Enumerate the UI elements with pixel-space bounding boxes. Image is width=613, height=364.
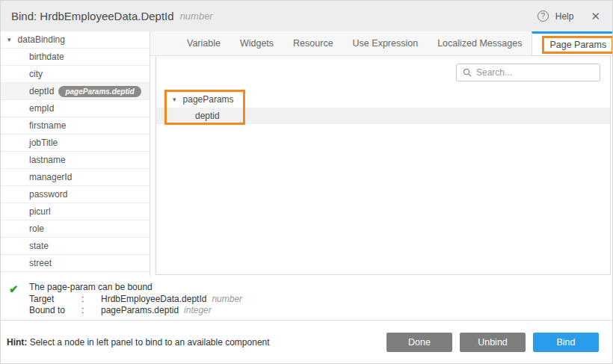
- tree-node-password[interactable]: password: [1, 186, 150, 203]
- status-value-type: number: [212, 294, 242, 304]
- status-separator: :: [81, 305, 101, 317]
- dialog-header: Bind: HrdbEmployeeData.DeptId number ? H…: [1, 1, 612, 31]
- tree-node-label: state: [29, 241, 49, 251]
- hint-label: Hint:: [7, 337, 27, 348]
- search-box[interactable]: [456, 64, 600, 81]
- tree-node-deptid[interactable]: deptId pageParams.deptid: [1, 83, 150, 100]
- help-icon[interactable]: ?: [537, 10, 549, 22]
- done-button[interactable]: Done: [386, 333, 452, 352]
- collapse-arrow-icon[interactable]: ▾: [7, 36, 11, 43]
- binding-source-panel: Variable Widgets Resource Use Expression…: [150, 31, 612, 276]
- collapse-arrow-icon[interactable]: ▾: [173, 96, 176, 103]
- tree-node-empid[interactable]: empId: [1, 100, 150, 117]
- bind-button[interactable]: Bind: [533, 333, 599, 352]
- tree-node-label: street: [29, 258, 52, 268]
- tree-node-label: birthdate: [29, 52, 64, 62]
- tree-node-label: city: [29, 69, 43, 79]
- tab-label: Use Expression: [353, 38, 419, 49]
- status-separator: :: [81, 294, 101, 306]
- binding-status: ✔ The page-param can be bound Target:Hrd…: [1, 276, 612, 321]
- close-icon[interactable]: ✕: [591, 10, 600, 22]
- status-message: The page-param can be bound: [29, 282, 612, 294]
- dialog-footer: Hint: Select a node in left panel to bin…: [1, 321, 612, 364]
- tab-localized-messages[interactable]: Localized Messages: [428, 31, 532, 55]
- tab-label: Page Params: [549, 40, 606, 50]
- tab-label: Widgets: [240, 38, 274, 49]
- tab-use-expression[interactable]: Use Expression: [343, 31, 428, 55]
- tab-page-params[interactable]: Page Params: [532, 31, 613, 55]
- tree-node-label: picurl: [29, 206, 51, 217]
- success-check-icon: ✔: [9, 283, 19, 296]
- status-label: Target: [29, 294, 81, 306]
- tree-node-managerid[interactable]: managerId: [1, 169, 150, 186]
- unbind-button[interactable]: Unbind: [460, 333, 526, 352]
- tree-node-picurl[interactable]: picurl: [1, 203, 150, 220]
- tree-node-label: role: [29, 223, 44, 234]
- tree-node-label: pageParams: [183, 94, 234, 105]
- tree-node-label: empId: [29, 103, 54, 114]
- binding-badge: pageParams.deptid: [58, 86, 141, 97]
- bind-dialog: Bind: HrdbEmployeeData.DeptId number ? H…: [0, 0, 613, 364]
- tab-label: Localized Messages: [437, 38, 522, 49]
- tree-node-label: dataBinding: [18, 34, 65, 45]
- tree-node-label: managerId: [29, 172, 72, 182]
- help-link[interactable]: Help: [555, 11, 574, 22]
- tree-node-role[interactable]: role: [1, 220, 150, 238]
- tree-node-deptid-param[interactable]: deptid: [156, 108, 610, 124]
- search-icon: [463, 68, 472, 77]
- tab-bar: Variable Widgets Resource Use Expression…: [150, 31, 612, 56]
- tab-label: Resource: [293, 38, 333, 49]
- data-binding-tree: ▾ dataBinding birthdate city deptId page…: [1, 31, 150, 276]
- search-input[interactable]: [476, 67, 594, 78]
- tree-node-state[interactable]: state: [1, 238, 150, 255]
- tree-node-label: firstname: [29, 120, 66, 131]
- tree-node-label: deptid: [195, 111, 220, 121]
- tree-node-label: lastname: [29, 155, 66, 165]
- status-value: pageParams.deptid: [101, 305, 179, 315]
- tree-node-firstname[interactable]: firstname: [1, 117, 150, 135]
- tab-label: Variable: [187, 38, 221, 49]
- annotation-highlight-box: Page Params: [542, 36, 613, 54]
- tree-node-jobtitle[interactable]: jobTitle: [1, 135, 150, 152]
- tree-node-city[interactable]: city: [1, 66, 150, 83]
- status-value-type: integer: [184, 305, 212, 315]
- tree-node-label: deptId: [29, 86, 54, 96]
- dialog-title-type: number: [180, 10, 213, 22]
- tree-node-pageparams[interactable]: ▾ pageParams: [156, 91, 610, 108]
- tree-node-databinding[interactable]: ▾ dataBinding: [1, 31, 150, 49]
- status-target-row: Target:HrdbEmployeeData.deptIdnumber: [29, 294, 612, 306]
- page-params-tree: ▾ pageParams deptid: [156, 91, 610, 124]
- tree-node-label: jobTitle: [29, 138, 58, 148]
- tab-widgets[interactable]: Widgets: [230, 31, 283, 55]
- tab-resource[interactable]: Resource: [283, 31, 343, 55]
- status-boundto-row: Bound to:pageParams.deptidinteger: [29, 305, 612, 317]
- status-value: HrdbEmployeeData.deptId: [101, 294, 206, 304]
- hint-text: Hint: Select a node in left panel to bin…: [7, 337, 270, 348]
- tree-node-street[interactable]: street: [1, 255, 150, 272]
- tab-variable[interactable]: Variable: [177, 31, 230, 55]
- tree-node-birthdate[interactable]: birthdate: [1, 49, 150, 66]
- tree-node-label: password: [29, 189, 67, 200]
- status-label: Bound to: [29, 305, 81, 317]
- page-params-content: ▾ pageParams deptid: [155, 56, 611, 275]
- tree-node-lastname[interactable]: lastname: [1, 152, 150, 169]
- hint-body: Select a node in left panel to bind to a…: [30, 337, 270, 348]
- dialog-title: Bind: HrdbEmployeeData.DeptId: [11, 10, 174, 22]
